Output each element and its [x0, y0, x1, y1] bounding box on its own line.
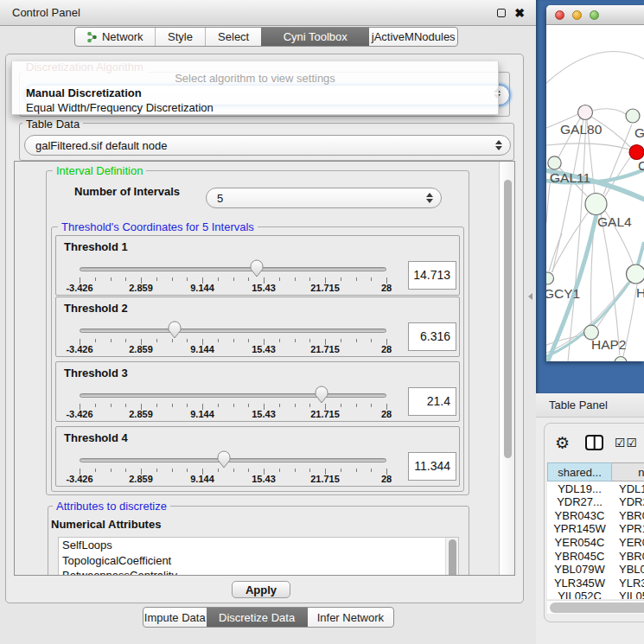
gear-icon[interactable]: ⚙ [555, 433, 570, 453]
close-traffic-light-icon[interactable] [555, 10, 564, 20]
table-row[interactable]: YER054CYER05 [547, 536, 644, 550]
cell-shared-name[interactable]: YIL052C [547, 590, 612, 599]
cell-name[interactable]: YIL05 [612, 590, 644, 599]
tab-discretize-data[interactable]: Discretize Data [207, 608, 308, 627]
table-row[interactable]: YBR045CYBR04 [547, 550, 644, 564]
network-node-label: GCY1 [546, 286, 580, 301]
network-canvas[interactable]: GAL80GACGAL11GAL4GCY1HHAP2 [546, 25, 644, 361]
cell-name[interactable]: YER05 [612, 536, 644, 550]
cell-shared-name[interactable]: YBR043C [547, 509, 612, 523]
network-node-GA[interactable] [626, 109, 640, 123]
table-horizontal-scrollbar-thumb[interactable] [550, 603, 644, 613]
minimize-traffic-light-icon[interactable] [572, 10, 582, 20]
attribute-list-item[interactable]: TopologicalCoefficient [59, 553, 458, 569]
cell-shared-name[interactable]: YBR045C [547, 550, 612, 564]
tab-infer-network[interactable]: Infer Network [308, 608, 393, 627]
columns-icon[interactable] [585, 435, 603, 450]
split-divider-collapse-icon[interactable] [528, 293, 532, 300]
table-row[interactable]: YBL079WYBL07 [547, 563, 644, 577]
cell-shared-name[interactable]: YDL19... [547, 482, 612, 496]
number-of-intervals-value: 5 [217, 192, 418, 205]
network-node-GAL11[interactable] [548, 156, 561, 169]
slider-track[interactable] [80, 458, 386, 462]
close-icon[interactable]: ✖ [513, 5, 526, 21]
cell-name[interactable]: YBR04 [612, 509, 644, 523]
cell-name[interactable]: YPR14 [612, 522, 644, 536]
apply-button[interactable]: Apply [232, 581, 290, 598]
attribute-list-item[interactable]: BetweennessCentrality [59, 568, 458, 576]
slider-minor-tick [172, 469, 173, 472]
threshold-panel-2: Threshold 2-3.4262.8599.14415.4321.71528… [55, 296, 460, 357]
cell-name[interactable]: YDR27 [612, 495, 644, 509]
slider-thumb[interactable] [168, 321, 182, 339]
list-scrollbar[interactable] [445, 538, 458, 576]
threshold-value-field[interactable]: 11.344 [408, 452, 456, 481]
threshold-value-field[interactable]: 6.316 [408, 322, 456, 351]
slider-track[interactable] [80, 267, 386, 271]
table-row[interactable]: YIL052CYIL05 [547, 590, 644, 599]
cell-shared-name[interactable]: YLR345W [547, 577, 612, 590]
number-of-intervals-combobox[interactable]: 5 [206, 188, 442, 208]
popup-prompt-item[interactable]: Select algorithm to view settings [12, 71, 498, 86]
slider-thumb[interactable] [250, 259, 264, 277]
tab-style[interactable]: Style [155, 28, 206, 46]
network-edge [601, 214, 620, 355]
network-node-label: HAP2 [591, 337, 627, 352]
slider-track[interactable] [80, 328, 386, 333]
column-header-name[interactable]: na [612, 462, 644, 481]
tab-network[interactable]: Network [75, 28, 155, 46]
viewport-scrollbar-thumb[interactable] [504, 180, 512, 458]
table-row[interactable]: YBR043CYBR04 [547, 509, 644, 523]
slider-thumb[interactable] [315, 386, 328, 404]
cell-shared-name[interactable]: YBL079W [547, 563, 612, 577]
slider-minor-tick [309, 277, 310, 281]
list-scrollbar-thumb[interactable] [449, 539, 456, 576]
network-node-GCY1[interactable] [546, 272, 554, 284]
table-row[interactable]: YLR345WYLR34 [547, 577, 644, 590]
popup-item-manual-discretization[interactable]: Manual Discretization [12, 86, 498, 100]
table-row[interactable]: YPR145WYPR14 [547, 522, 644, 536]
table-horizontal-scrollbar[interactable] [547, 600, 644, 614]
table-row[interactable]: YDR27...YDR27 [547, 495, 644, 509]
cell-name[interactable]: YBL07 [612, 563, 644, 577]
slider-scale-label: 2.859 [129, 283, 153, 293]
tab-jactivemnodules[interactable]: jActiveMNodules [369, 28, 457, 46]
viewport-scrollbar[interactable] [499, 162, 514, 575]
network-node-GAL80[interactable] [578, 105, 593, 120]
slider-minor-tick [125, 469, 126, 472]
slider-minor-tick [172, 277, 173, 281]
tab-impute-data[interactable]: Impute Data [143, 608, 207, 627]
slider-track[interactable] [80, 393, 386, 398]
column-header-shared-name[interactable]: shared... [547, 462, 612, 481]
cell-name[interactable]: YLR34 [612, 577, 644, 590]
slider-scale-label: 21.715 [310, 474, 340, 484]
node-table[interactable]: shared... na YDL19...YDL19YDR27...YDR27Y… [547, 462, 644, 599]
float-window-icon[interactable] [497, 9, 506, 17]
threshold-value-field[interactable]: 14.713 [408, 261, 456, 290]
popup-item-equal-width[interactable]: Equal Width/Frequency Discretization [12, 100, 498, 115]
table-data-combobox-value: galFiltered.sif default node [35, 139, 488, 152]
checkboxes-icon[interactable]: ☑☑ [615, 436, 638, 450]
threshold-value-field[interactable]: 21.4 [408, 387, 456, 416]
attribute-list-item[interactable]: SelfLoops [59, 538, 458, 553]
network-node-H[interactable] [627, 265, 644, 284]
zoom-traffic-light-icon[interactable] [590, 10, 599, 20]
numerical-attributes-list[interactable]: SelfLoopsTopologicalCoefficientBetweenne… [58, 537, 459, 576]
network-node-C[interactable] [629, 145, 644, 160]
cell-shared-name[interactable]: YPR145W [547, 522, 612, 536]
tab-select[interactable]: Select [205, 28, 261, 46]
cell-shared-name[interactable]: YER054C [547, 536, 612, 550]
slider-minor-tick [341, 404, 341, 407]
network-node-GAL4[interactable] [585, 194, 607, 215]
tab-cyni-toolbox[interactable]: Cyni Toolbox [261, 28, 369, 46]
slider-thumb[interactable] [217, 450, 231, 469]
cell-name[interactable]: YDL19 [612, 482, 644, 496]
table-data-combobox[interactable]: galFiltered.sif default node [24, 135, 511, 156]
network-node[interactable] [615, 357, 627, 362]
slider-minor-tick [125, 404, 126, 407]
cell-shared-name[interactable]: YDR27... [547, 495, 612, 509]
table-row[interactable]: YDL19...YDL19 [547, 482, 644, 496]
cell-name[interactable]: YBR04 [612, 550, 644, 564]
slider-minor-tick [371, 339, 372, 342]
slider-minor-tick [111, 404, 112, 407]
